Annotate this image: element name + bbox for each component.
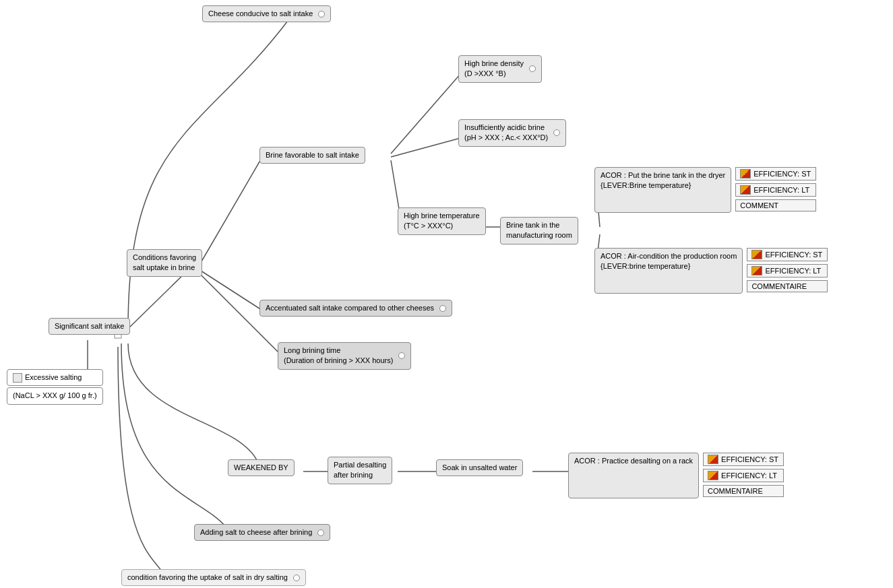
- accentuated-box: Accentuated salt intake compared to othe…: [259, 300, 452, 317]
- soak-unsalted-node: Soak in unsalted water: [436, 459, 523, 476]
- weakened-by-label: WEAKENED BY: [234, 463, 288, 471]
- svg-line-4: [199, 269, 261, 310]
- acor-air-efficiency-lt[interactable]: EFFICIENCY: LT: [747, 264, 828, 277]
- acor-dryer-efficiency-st[interactable]: EFFICIENCY: ST: [735, 167, 816, 181]
- acor-dryer-comment[interactable]: COMMENT: [735, 199, 816, 211]
- high-brine-temp-label1: High brine temperature: [404, 211, 480, 221]
- cheese-conducive-dot: [318, 11, 325, 18]
- brine-tank-label2: manufacturing room: [506, 230, 572, 240]
- acor-air-commentaire[interactable]: COMMENTAIRE: [747, 280, 828, 292]
- acor-air-efficiency-st-label: EFFICIENCY: ST: [765, 251, 822, 259]
- brine-tank-node: Brine tank in the manufacturing room: [500, 217, 578, 244]
- accentuated-node: Accentuated salt intake compared to othe…: [259, 300, 452, 317]
- conditions-favoring-brine-label2: salt uptake in brine: [133, 263, 196, 273]
- insufficiently-acidic-box: Insufficiently acidic brine (pH > XXX ; …: [458, 119, 566, 147]
- partial-desalting-node: Partial desalting after brining: [328, 457, 392, 484]
- high-brine-density-node: High brine density (D >XXX °B): [458, 55, 542, 83]
- acor-desalting-commentaire[interactable]: COMMENTAIRE: [703, 485, 784, 497]
- comment-label: COMMENT: [740, 201, 778, 209]
- acor-air-efficiency-lt-label: EFFICIENCY: LT: [765, 267, 821, 275]
- long-brining-label1: Long brining time: [284, 346, 393, 356]
- conditions-favoring-brine-node: Conditions favoring salt uptake in brine: [127, 249, 202, 277]
- cheese-conducive-node: Cheese conducive to salt intake: [202, 5, 331, 22]
- long-brining-dot: [398, 352, 405, 359]
- brine-favorable-node: Brine favorable to salt intake: [259, 147, 365, 164]
- connections-svg: [0, 0, 893, 588]
- insufficiently-acidic-node: Insufficiently acidic brine (pH > XXX ; …: [458, 119, 566, 147]
- acor-desalting-box: ACOR : Practice desalting on a rack: [568, 453, 699, 498]
- excessive-salting-box: Excessive salting: [7, 369, 103, 386]
- brine-tank-box: Brine tank in the manufacturing room: [500, 217, 578, 244]
- weakened-by-box: WEAKENED BY: [228, 459, 295, 476]
- acor-dryer-label2: {LEVER:Brine temperature}: [601, 181, 725, 191]
- acor-dryer-efficiency-lt[interactable]: EFFICIENCY: LT: [735, 183, 816, 197]
- partial-desalting-label2: after brining: [334, 470, 386, 480]
- accentuated-dot: [439, 305, 446, 312]
- significant-salt-intake-label: Significant salt intake: [55, 322, 124, 330]
- efficiency-st-label: EFFICIENCY: ST: [753, 170, 811, 178]
- efficiency-lt-label: EFFICIENCY: LT: [753, 186, 809, 194]
- high-brine-temp-label2: (T°C > XXX°C): [404, 221, 480, 231]
- acor-air-box: ACOR : Air-condition the production room…: [594, 248, 743, 294]
- high-brine-density-label1: High brine density: [464, 59, 524, 69]
- weakened-by-node: WEAKENED BY: [228, 459, 295, 476]
- brine-tank-label1: Brine tank in the: [506, 220, 572, 230]
- acor-desalting-node: ACOR : Practice desalting on a rack EFFI…: [568, 453, 784, 498]
- nacl-label-box: (NaCL > XXX g/ 100 g fr.): [7, 387, 103, 404]
- nacl-label: (NaCL > XXX g/ 100 g fr.): [13, 391, 97, 399]
- adding-salt-node: Adding salt to cheese after brining: [194, 524, 330, 541]
- high-brine-density-dot: [529, 65, 536, 72]
- condition-dry-salting-dot: [293, 575, 300, 581]
- svg-line-7: [391, 138, 460, 157]
- insufficiently-acidic-label2: (pH > XXX ; Ac.< XXX°D): [464, 133, 548, 143]
- acor-desalting-lt-label: EFFICIENCY: LT: [721, 471, 777, 480]
- conditions-favoring-brine-box: Conditions favoring salt uptake in brine: [127, 249, 202, 277]
- high-brine-density-box: High brine density (D >XXX °B): [458, 55, 542, 83]
- long-brining-node: Long brining time (Duration of brining >…: [278, 342, 411, 370]
- acor-desalting-commentaire-label: COMMENTAIRE: [708, 487, 763, 495]
- high-brine-temp-node: High brine temperature (T°C > XXX°C): [398, 207, 486, 235]
- accentuated-label: Accentuated salt intake compared to othe…: [266, 303, 434, 313]
- efficiency-lt-icon: [740, 185, 751, 195]
- adding-salt-dot: [317, 529, 324, 536]
- soak-unsalted-box: Soak in unsalted water: [436, 459, 523, 476]
- soak-unsalted-label: Soak in unsalted water: [442, 463, 517, 471]
- brine-favorable-label: Brine favorable to salt intake: [266, 151, 359, 159]
- efficiency-st-icon: [740, 169, 751, 178]
- condition-dry-salting-node: condition favoring the uptake of salt in…: [121, 569, 306, 586]
- acor-air-commentaire-label: COMMENTAIRE: [751, 282, 807, 290]
- partial-desalting-box: Partial desalting after brining: [328, 457, 392, 484]
- condition-dry-salting-label: condition favoring the uptake of salt in…: [127, 573, 288, 583]
- svg-line-6: [391, 74, 460, 154]
- insufficiently-acidic-dot: [553, 129, 560, 136]
- acor-air-label2: {LEVER:brine temperature}: [601, 261, 737, 271]
- significant-salt-intake-box: Significant salt intake: [49, 318, 130, 335]
- conditions-favoring-brine-label1: Conditions favoring: [133, 253, 196, 263]
- acor-air-node: ACOR : Air-condition the production room…: [594, 248, 828, 294]
- excessive-salting-label: Excessive salting: [25, 372, 82, 383]
- condition-dry-salting-box: condition favoring the uptake of salt in…: [121, 569, 306, 586]
- svg-line-3: [199, 158, 261, 266]
- cheese-conducive-label: Cheese conducive to salt intake: [208, 9, 313, 19]
- acor-desalting-efficiency-lt[interactable]: EFFICIENCY: LT: [703, 469, 784, 482]
- acor-air-efficiency-st[interactable]: EFFICIENCY: ST: [747, 248, 828, 261]
- high-brine-temp-box: High brine temperature (T°C > XXX°C): [398, 207, 486, 235]
- insufficiently-acidic-label1: Insufficiently acidic brine: [464, 123, 548, 133]
- acor-dryer-node: ACOR : Put the brine tank in the dryer {…: [594, 167, 816, 213]
- adding-salt-label: Adding salt to cheese after brining: [200, 527, 312, 537]
- long-brining-label2: (Duration of brining > XXX hours): [284, 356, 393, 366]
- acor-air-label1: ACOR : Air-condition the production room: [601, 251, 737, 261]
- partial-desalting-label1: Partial desalting: [334, 460, 386, 470]
- significant-salt-intake-node: Significant salt intake: [49, 318, 130, 335]
- acor-desalting-st-label: EFFICIENCY: ST: [721, 455, 778, 463]
- acor-desalting-efficiency-st[interactable]: EFFICIENCY: ST: [703, 453, 784, 466]
- brine-favorable-box: Brine favorable to salt intake: [259, 147, 365, 164]
- cheese-conducive-box: Cheese conducive to salt intake: [202, 5, 331, 22]
- adding-salt-box: Adding salt to cheese after brining: [194, 524, 330, 541]
- acor-desalting-st-icon: [708, 455, 718, 464]
- high-brine-density-label2: (D >XXX °B): [464, 69, 524, 79]
- acor-air-efficiency-st-icon: [751, 250, 762, 259]
- acor-dryer-box: ACOR : Put the brine tank in the dryer {…: [594, 167, 731, 213]
- acor-desalting-label: ACOR : Practice desalting on a rack: [574, 457, 693, 465]
- acor-desalting-lt-icon: [708, 471, 718, 480]
